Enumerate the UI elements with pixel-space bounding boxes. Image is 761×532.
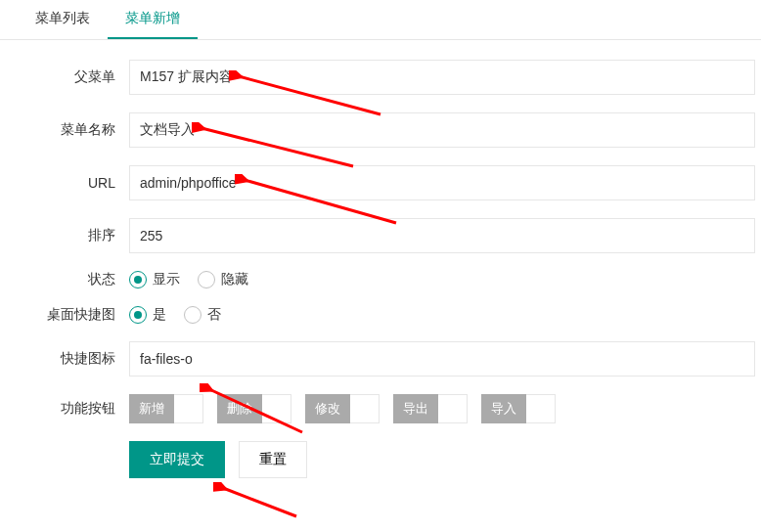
radio-desktop-yes[interactable]: 是 [129, 306, 166, 324]
fnbtn-checkbox[interactable] [174, 394, 203, 423]
parent-menu-input[interactable] [129, 60, 755, 95]
fnbtn-checkbox[interactable] [350, 394, 380, 423]
fnbtn-del[interactable]: 删除 [217, 394, 291, 423]
fnbtn-export[interactable]: 导出 [393, 394, 468, 423]
radio-icon [129, 306, 147, 324]
fnbtn-label: 导出 [393, 394, 438, 423]
fnbtn-checkbox[interactable] [438, 394, 468, 423]
label-status: 状态 [0, 271, 129, 288]
fnbtn-add[interactable]: 新增 [129, 394, 203, 423]
radio-label: 隐藏 [221, 271, 248, 288]
fnbtn-label: 修改 [305, 394, 350, 423]
fnbtn-label: 删除 [217, 394, 262, 423]
form: 父菜单 菜单名称 URL 排序 状态 显示 隐藏 桌面快捷图 [0, 40, 761, 478]
tabs: 菜单列表 菜单新增 [0, 0, 761, 40]
menu-name-input[interactable] [129, 112, 755, 148]
label-icon: 快捷图标 [0, 350, 129, 368]
radio-icon [198, 271, 215, 288]
fnbtn-label: 导入 [481, 394, 526, 423]
tab-menu-add[interactable]: 菜单新增 [108, 0, 198, 39]
radio-icon [184, 306, 201, 324]
radio-status-hide[interactable]: 隐藏 [198, 271, 248, 288]
icon-input[interactable] [129, 341, 755, 377]
annotation-arrow-icon [213, 482, 301, 521]
submit-button[interactable]: 立即提交 [129, 441, 225, 478]
radio-icon [129, 271, 147, 288]
radio-label: 否 [207, 306, 221, 324]
label-url: URL [0, 175, 129, 191]
fnbtn-edit[interactable]: 修改 [305, 394, 380, 423]
fnbtn-checkbox[interactable] [526, 394, 556, 423]
fnbtn-checkbox[interactable] [262, 394, 291, 423]
radio-desktop-no[interactable]: 否 [184, 306, 221, 324]
label-name: 菜单名称 [0, 121, 129, 139]
sort-input[interactable] [129, 218, 755, 253]
fnbtn-import[interactable]: 导入 [481, 394, 556, 423]
reset-button[interactable]: 重置 [239, 441, 307, 478]
label-sort: 排序 [0, 227, 129, 244]
label-desktop: 桌面快捷图 [0, 306, 129, 324]
radio-label: 是 [153, 306, 166, 324]
label-funcbtn: 功能按钮 [0, 400, 129, 418]
url-input[interactable] [129, 165, 755, 200]
tab-menu-list[interactable]: 菜单列表 [18, 0, 108, 39]
radio-label: 显示 [153, 271, 180, 288]
radio-status-show[interactable]: 显示 [129, 271, 180, 288]
label-parent: 父菜单 [0, 68, 129, 86]
svg-line-4 [223, 488, 296, 516]
fnbtn-label: 新增 [129, 394, 174, 423]
